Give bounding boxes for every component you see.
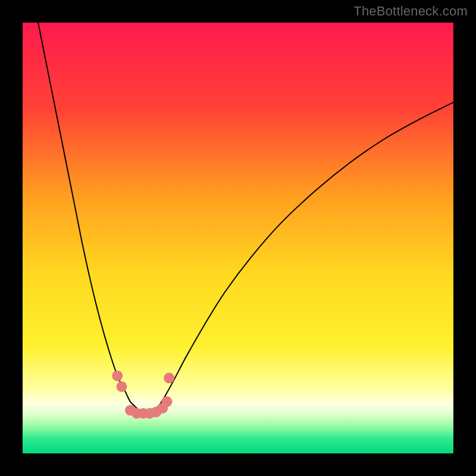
marker-point — [162, 396, 173, 407]
watermark-text: TheBottleneck.com — [353, 4, 468, 19]
marker-point — [164, 372, 174, 383]
plot-area — [23, 23, 453, 453]
marker-point — [117, 381, 127, 392]
marker-point — [112, 371, 123, 381]
chart-frame: TheBottleneck.com — [0, 0, 476, 476]
plot-svg — [23, 23, 453, 453]
background-gradient — [23, 23, 453, 453]
